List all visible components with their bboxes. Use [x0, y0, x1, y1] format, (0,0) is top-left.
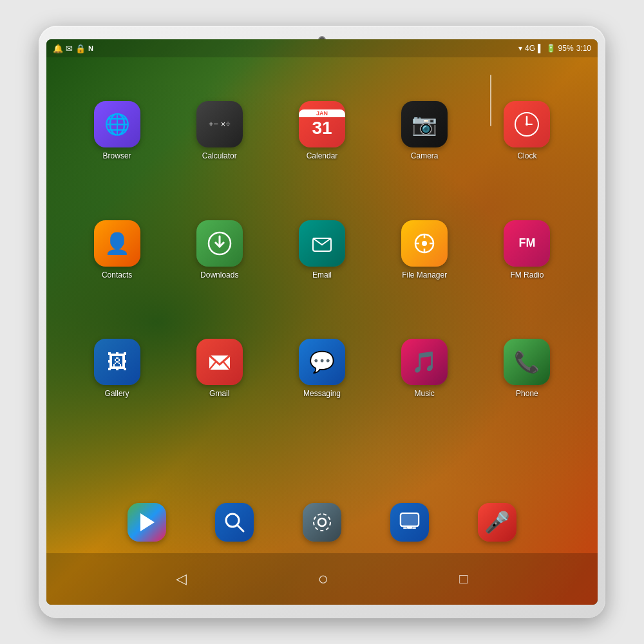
app-music[interactable]: 🎵 Music — [396, 334, 453, 403]
app-grid: 🌐 Browser +− ×÷ Calculator JAN 31 Calend… — [46, 65, 598, 553]
lock-icon: 🔒 — [75, 44, 86, 53]
email-icon — [299, 220, 345, 267]
browser-label: Browser — [103, 151, 131, 160]
app-file-manager[interactable]: File Manager — [396, 215, 453, 285]
clock-icon-img — [504, 101, 550, 147]
phone-icon: 📞 — [504, 339, 550, 385]
svg-rect-22 — [402, 515, 417, 525]
svg-marker-16 — [140, 513, 155, 531]
recent-button[interactable]: □ — [459, 571, 468, 587]
bottom-apps-row: 🎤 — [46, 493, 598, 552]
tv-icon — [390, 503, 429, 542]
fm-radio-label: FM Radio — [510, 270, 544, 279]
gmail-icon — [196, 339, 243, 385]
camera-icon: 📷 — [401, 101, 448, 147]
messaging-icon: 💬 — [299, 339, 345, 385]
file-manager-label: File Manager — [402, 270, 447, 279]
svg-point-20 — [314, 514, 330, 531]
app-email[interactable]: Email — [294, 215, 350, 285]
downloads-label: Downloads — [200, 270, 238, 279]
app-fm-radio[interactable]: FM FM Radio — [498, 215, 555, 285]
signal-bars: ▌ — [538, 44, 544, 53]
message-icon: ✉ — [66, 44, 73, 53]
settings-icon — [303, 503, 341, 542]
voice-recorder-icon: 🎤 — [478, 503, 516, 542]
gallery-label: Gallery — [105, 389, 129, 398]
n-icon: N — [88, 44, 93, 52]
app-clock[interactable]: Clock — [498, 96, 555, 166]
app-calculator[interactable]: +− ×÷ Calculator — [191, 96, 248, 166]
status-bar: 🔔 ✉ 🔒 N ▾ 4G ▌ 🔋 95% 3:10 — [46, 39, 598, 57]
app-downloads[interactable]: Downloads — [191, 215, 248, 285]
app-calendar[interactable]: JAN 31 Calendar — [294, 96, 350, 166]
home-button[interactable]: ○ — [317, 569, 328, 589]
calculator-icon: +− ×÷ — [196, 101, 243, 147]
app-gmail[interactable]: Gmail — [191, 334, 248, 403]
app-play-store[interactable] — [122, 498, 171, 547]
clock-label: Clock — [517, 151, 536, 160]
back-button[interactable]: ◁ — [176, 571, 187, 587]
battery-icon: 🔋 — [546, 44, 556, 53]
calendar-icon: JAN 31 — [299, 101, 345, 147]
app-voice-recorder[interactable]: 🎤 — [473, 498, 522, 547]
tablet: 🔔 ✉ 🔒 N ▾ 4G ▌ 🔋 95% 3:10 🌐 Browser — [39, 26, 605, 618]
svg-point-3 — [526, 123, 528, 126]
svg-line-18 — [237, 525, 243, 531]
svg-rect-24 — [412, 527, 416, 529]
app-settings[interactable] — [298, 498, 346, 547]
svg-rect-23 — [403, 527, 407, 529]
app-search[interactable] — [210, 498, 259, 547]
app-gallery[interactable]: 🖼 Gallery — [89, 334, 146, 403]
screen: 🔔 ✉ 🔒 N ▾ 4G ▌ 🔋 95% 3:10 🌐 Browser — [46, 39, 598, 605]
app-messaging[interactable]: 💬 Messaging — [294, 334, 350, 403]
music-label: Music — [415, 389, 435, 398]
svg-point-8 — [422, 241, 427, 246]
messaging-label: Messaging — [303, 389, 341, 398]
app-tv[interactable] — [385, 498, 434, 547]
calculator-label: Calculator — [202, 151, 237, 160]
app-contacts[interactable]: 👤 Contacts — [89, 215, 146, 285]
calendar-label: Calendar — [307, 151, 338, 160]
email-label: Email — [312, 270, 332, 279]
svg-point-19 — [318, 518, 326, 526]
nav-bar: ◁ ○ □ — [46, 553, 598, 605]
music-icon: 🎵 — [401, 339, 448, 385]
app-phone[interactable]: 📞 Phone — [498, 334, 555, 403]
camera-label: Camera — [411, 151, 439, 160]
notification-icon: 🔔 — [53, 44, 63, 53]
search-icon — [215, 503, 254, 542]
svg-rect-25 — [407, 526, 412, 529]
play-store-icon — [128, 503, 166, 542]
status-left-icons: 🔔 ✉ 🔒 N — [53, 44, 93, 53]
browser-icon: 🌐 — [94, 101, 140, 147]
file-manager-icon — [401, 220, 448, 267]
clock-time: 3:10 — [576, 44, 591, 53]
downloads-icon — [196, 220, 243, 267]
signal-label: 4G — [525, 44, 535, 53]
fm-radio-icon: FM — [504, 220, 550, 267]
phone-label: Phone — [516, 389, 538, 398]
contacts-icon: 👤 — [94, 220, 140, 267]
gmail-label: Gmail — [209, 389, 229, 398]
app-browser[interactable]: 🌐 Browser — [89, 96, 146, 166]
app-camera[interactable]: 📷 Camera — [396, 96, 453, 166]
status-right-icons: ▾ 4G ▌ 🔋 95% 3:10 — [518, 44, 591, 53]
wifi-icon: ▾ — [518, 44, 522, 53]
gallery-icon: 🖼 — [94, 339, 140, 385]
contacts-label: Contacts — [102, 270, 132, 279]
battery-level: 95% — [558, 44, 574, 53]
